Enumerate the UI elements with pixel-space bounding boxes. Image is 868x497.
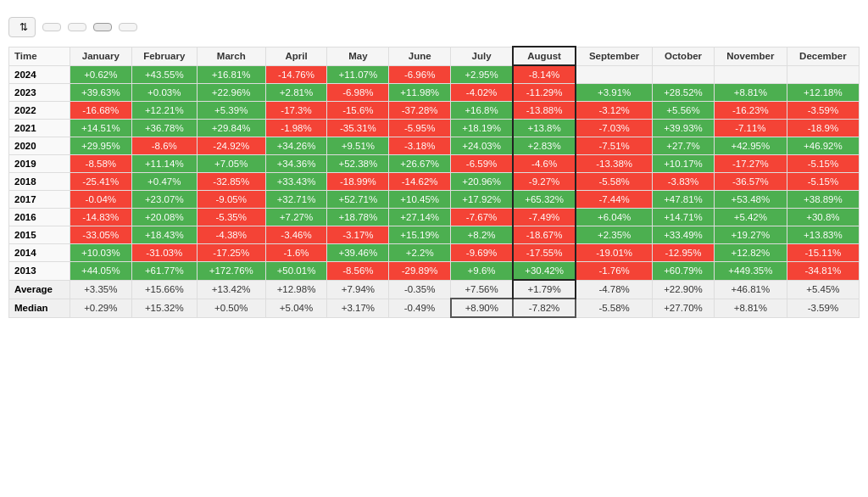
data-cell: +24.03% xyxy=(451,137,513,155)
data-cell xyxy=(576,65,652,84)
data-cell: +9.6% xyxy=(451,262,513,281)
median-cell: +8.90% xyxy=(451,299,513,317)
data-cell: +18.19% xyxy=(451,120,513,137)
data-cell: +30.42% xyxy=(513,262,576,281)
tab-monthly[interactable] xyxy=(93,23,112,31)
data-cell: -7.51% xyxy=(576,137,652,155)
year-cell: 2018 xyxy=(9,173,70,191)
median-cell: +15.32% xyxy=(131,299,197,317)
data-cell: -1.6% xyxy=(265,244,327,262)
data-cell: -18.99% xyxy=(327,173,389,191)
avg-cell: -0.35% xyxy=(389,280,451,299)
avg-cell: +1.79% xyxy=(513,280,576,299)
table-row: 2016-14.83%+20.08%-5.35%+7.27%+18.78%+27… xyxy=(9,209,860,226)
data-cell: +34.26% xyxy=(265,137,327,155)
table-row: 2022-16.68%+12.21%+5.39%-17.3%-15.6%-37.… xyxy=(9,102,860,120)
data-cell: -4.6% xyxy=(513,155,576,173)
data-cell: -8.58% xyxy=(70,155,131,173)
data-cell: +39.46% xyxy=(327,244,389,262)
data-cell: -18.67% xyxy=(513,226,576,244)
col-header-october: October xyxy=(653,47,715,65)
data-cell: -13.38% xyxy=(576,155,652,173)
data-cell: +46.92% xyxy=(787,137,859,155)
col-header-january: January xyxy=(70,47,131,65)
col-header-august: August xyxy=(513,47,576,65)
table-row: 2014+10.03%-31.03%-17.25%-1.6%+39.46%+2.… xyxy=(9,244,860,262)
tab-daily[interactable] xyxy=(42,23,61,31)
data-cell: -8.6% xyxy=(131,137,197,155)
col-header-time: Time xyxy=(9,47,70,65)
table-row: 2021+14.51%+36.78%+29.84%-1.98%-35.31%-5… xyxy=(9,120,860,137)
data-cell: +10.17% xyxy=(653,155,715,173)
data-cell: -9.27% xyxy=(513,173,576,191)
data-cell: +14.71% xyxy=(653,209,715,226)
data-cell: +8.81% xyxy=(714,84,787,102)
data-cell: -9.69% xyxy=(451,244,513,262)
data-cell: +61.77% xyxy=(131,262,197,281)
col-header-may: May xyxy=(327,47,389,65)
avg-cell: +46.81% xyxy=(714,280,787,299)
avg-cell: Average xyxy=(9,280,70,299)
avg-cell: +13.42% xyxy=(197,280,265,299)
data-cell: +19.27% xyxy=(714,226,787,244)
table-row: 2020+29.95%-8.6%-24.92%+34.26%+9.51%-3.1… xyxy=(9,137,860,155)
year-cell: 2014 xyxy=(9,244,70,262)
col-header-november: November xyxy=(714,47,787,65)
table-row: 2018-25.41%+0.47%-32.85%+33.43%-18.99%-1… xyxy=(9,173,860,191)
data-cell: +30.8% xyxy=(787,209,859,226)
data-cell: +27.14% xyxy=(389,209,451,226)
data-cell: -6.59% xyxy=(451,155,513,173)
year-cell: 2016 xyxy=(9,209,70,226)
data-cell: +34.36% xyxy=(265,155,327,173)
data-cell: -16.23% xyxy=(714,102,787,120)
year-cell: 2023 xyxy=(9,84,70,102)
data-cell: +449.35% xyxy=(714,262,787,281)
data-cell: -36.57% xyxy=(714,173,787,191)
median-row: Median+0.29%+15.32%+0.50%+5.04%+3.17%-0.… xyxy=(9,299,860,317)
avg-cell: +7.94% xyxy=(327,280,389,299)
data-cell: -6.96% xyxy=(389,65,451,84)
tab-weekly[interactable] xyxy=(68,23,86,31)
median-cell: -0.49% xyxy=(389,299,451,317)
data-cell: -17.55% xyxy=(513,244,576,262)
table-row: 2013+44.05%+61.77%+172.76%+50.01%-8.56%-… xyxy=(9,262,860,281)
tab-quarterly[interactable] xyxy=(119,23,137,31)
data-cell: +28.52% xyxy=(653,84,715,102)
asset-selector[interactable]: ⇅ xyxy=(8,17,36,37)
data-cell: +65.32% xyxy=(513,191,576,209)
average-row: Average+3.35%+15.66%+13.42%+12.98%+7.94%… xyxy=(9,280,860,299)
data-cell: +13.83% xyxy=(787,226,859,244)
data-cell: +16.81% xyxy=(197,65,265,84)
data-cell: -32.85% xyxy=(197,173,265,191)
data-cell: +172.76% xyxy=(197,262,265,281)
data-cell: -17.27% xyxy=(714,155,787,173)
data-cell: +13.8% xyxy=(513,120,576,137)
median-cell: +27.70% xyxy=(653,299,715,317)
data-cell: -5.15% xyxy=(787,155,859,173)
data-cell: +0.03% xyxy=(131,84,197,102)
data-cell: -16.68% xyxy=(70,102,131,120)
data-cell: -25.41% xyxy=(70,173,131,191)
data-cell: -18.9% xyxy=(787,120,859,137)
data-cell: +50.01% xyxy=(265,262,327,281)
data-cell: +11.14% xyxy=(131,155,197,173)
table-row: 2017-0.04%+23.07%-9.05%+32.71%+52.71%+10… xyxy=(9,191,860,209)
data-cell: +26.67% xyxy=(389,155,451,173)
median-cell: +0.29% xyxy=(70,299,131,317)
data-cell: -5.58% xyxy=(576,173,652,191)
data-cell: +12.82% xyxy=(714,244,787,262)
data-cell: +2.83% xyxy=(513,137,576,155)
data-cell: +5.56% xyxy=(653,102,715,120)
avg-cell: +12.98% xyxy=(265,280,327,299)
data-cell: -0.04% xyxy=(70,191,131,209)
data-cell: +0.62% xyxy=(70,65,131,84)
data-cell: -5.15% xyxy=(787,173,859,191)
data-cell: -1.76% xyxy=(576,262,652,281)
data-cell: +2.95% xyxy=(451,65,513,84)
avg-cell: +22.90% xyxy=(653,280,715,299)
data-cell: -7.49% xyxy=(513,209,576,226)
data-cell: -11.29% xyxy=(513,84,576,102)
data-cell: +6.04% xyxy=(576,209,652,226)
data-cell: -3.17% xyxy=(327,226,389,244)
data-cell: +27.7% xyxy=(653,137,715,155)
